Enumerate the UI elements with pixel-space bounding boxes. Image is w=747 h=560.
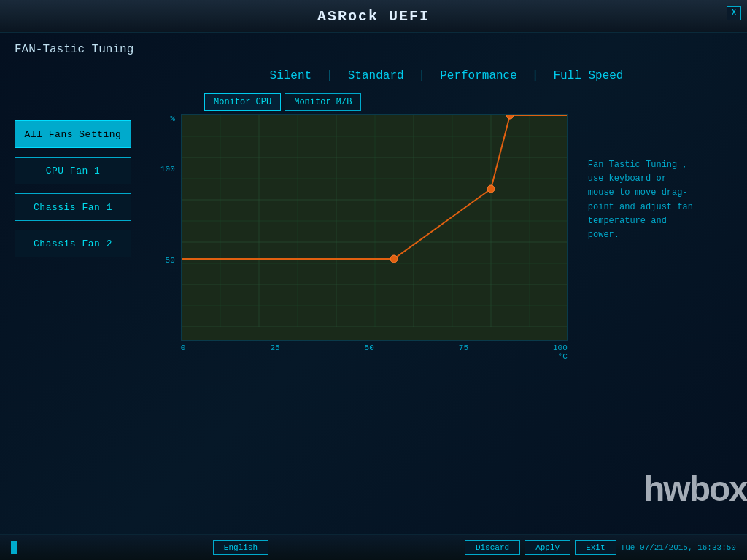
x-unit: °C [181,352,568,361]
exit-button[interactable]: Exit [575,540,616,555]
x-label-50: 50 [365,343,374,352]
language-selector[interactable]: English [213,540,268,555]
monitor-buttons: Monitor CPU Monitor M/B [204,93,732,111]
y-unit: % [170,114,175,123]
separator-1: | [326,69,333,82]
footer-indicator [11,541,17,554]
chart-container: 0 25 50 75 100 °C [181,114,568,361]
svg-point-19 [390,255,398,262]
description: Fan Tastic Tuning , use keyboard or mous… [573,114,705,242]
footer-left [11,541,17,554]
x-label-0: 0 [181,343,186,352]
discard-button[interactable]: Discard [465,540,520,555]
logo: ASRock UEFI [317,8,430,25]
sidebar-chassis-fan-2[interactable]: Chassis Fan 2 [15,230,131,257]
chart-wrapper: % 100 50 [160,114,732,361]
y-label-50: 50 [166,256,175,265]
chart-svg[interactable] [181,114,568,341]
monitor-mb-button[interactable]: Monitor M/B [285,93,361,111]
chart-area: Silent | Standard | Performance | Full S… [153,62,740,534]
footer-right: Discard Apply Exit Tue 07/21/2015, 16:33… [465,540,736,555]
content-row: All Fans Setting CPU Fan 1 Chassis Fan 1… [0,62,747,534]
x-labels: 0 25 50 75 100 [181,343,568,352]
separator-3: | [532,69,539,82]
separator-2: | [419,69,426,82]
tab-standard[interactable]: Standard [333,69,419,82]
sidebar-cpu-fan[interactable]: CPU Fan 1 [15,157,131,184]
logo-text: ASRock UEFI [317,8,430,25]
tab-full-speed[interactable]: Full Speed [538,69,638,82]
apply-button[interactable]: Apply [525,540,570,555]
tab-silent[interactable]: Silent [255,69,327,82]
header: ASRock UEFI X [0,0,747,33]
sidebar-all-fans[interactable]: All Fans Setting [15,120,131,148]
monitor-cpu-button[interactable]: Monitor CPU [204,93,281,111]
footer: English Discard Apply Exit Tue 07/21/201… [0,534,747,560]
sidebar: All Fans Setting CPU Fan 1 Chassis Fan 1… [7,62,153,534]
x-label-75: 75 [459,343,468,352]
datetime: Tue 07/21/2015, 16:33:50 [621,543,736,552]
footer-center: English [213,540,268,555]
y-label-100: 100 [160,165,175,174]
svg-point-21 [506,114,514,119]
preset-tabs: Silent | Standard | Performance | Full S… [160,62,732,93]
svg-point-20 [487,185,495,192]
main-content: FAN-Tastic Tuning All Fans Setting CPU F… [0,33,747,534]
x-label-100: 100 [553,343,568,352]
close-button[interactable]: X [727,6,741,20]
tab-performance[interactable]: Performance [425,69,532,82]
x-label-25: 25 [270,343,279,352]
page-title: FAN-Tastic Tuning [0,33,747,62]
sidebar-chassis-fan-1[interactable]: Chassis Fan 1 [15,193,131,221]
